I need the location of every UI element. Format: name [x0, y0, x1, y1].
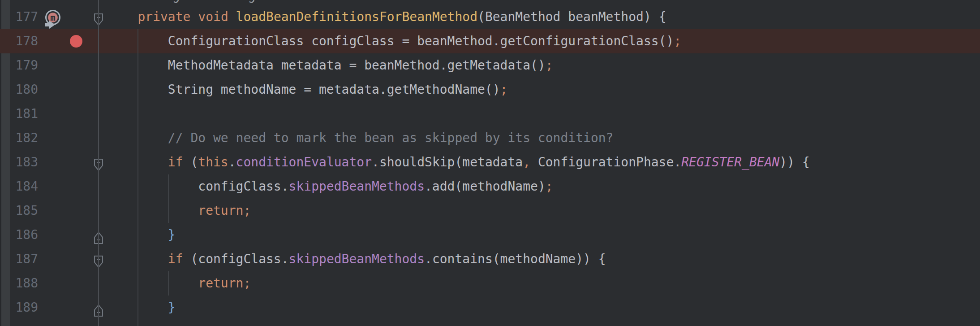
code-token: (: [183, 155, 198, 170]
code-line: 186 }: [0, 223, 980, 247]
line-number[interactable]: 185: [0, 199, 38, 223]
code-token: ,: [523, 155, 530, 170]
code-token: // Do we need to mark the bean as skippe…: [168, 130, 614, 145]
code-text[interactable]: return;: [107, 271, 251, 296]
code-token: return;: [198, 203, 251, 218]
code-token: (configClass.: [183, 252, 289, 266]
code-token: MethodMetadata metadata = beanMethod.get…: [107, 58, 546, 73]
code-token: [107, 227, 168, 242]
code-token: [107, 252, 168, 266]
code-text[interactable]: private void loadBeanDefinitionsForBeanM…: [107, 5, 666, 29]
line-number[interactable]: 179: [0, 53, 38, 78]
code-token: return;: [198, 276, 251, 291]
code-token: }: [168, 300, 176, 315]
code-token: .contains(methodName)) {: [425, 252, 606, 266]
breakpoint-icon[interactable]: [70, 35, 82, 48]
line-number[interactable]: 178: [0, 29, 38, 53]
code-line: 183 if (this.conditionEvaluator.shouldSk…: [0, 150, 980, 174]
code-token: ;: [674, 34, 681, 48]
code-token: this: [198, 155, 228, 170]
code-token: [107, 203, 198, 218]
code-text[interactable]: String methodName = metadata.getMethodNa…: [107, 78, 507, 102]
line-number[interactable]: 181: [0, 102, 38, 126]
code-token: [107, 130, 168, 145]
code-token: void: [198, 9, 228, 24]
line-number[interactable]: 177: [0, 5, 38, 29]
code-token: ConfigurationPhase.: [530, 155, 681, 170]
fold-marker-up-icon[interactable]: [93, 228, 104, 252]
code-token: ;: [500, 82, 508, 97]
line-number[interactable]: 187: [0, 247, 38, 271]
code-token: ;: [546, 58, 553, 73]
code-text[interactable]: if (this.conditionEvaluator.shouldSkip(m…: [107, 150, 810, 174]
line-number[interactable]: 180: [0, 78, 38, 102]
fold-marker-up-icon[interactable]: [93, 301, 104, 325]
code-token: [190, 9, 198, 24]
code-text[interactable]: // Do we need to mark the bean as skippe…: [107, 126, 613, 150]
code-token: [107, 276, 198, 291]
code-token: [107, 300, 168, 315]
line-number[interactable]: 184: [0, 174, 38, 199]
code-text[interactable]: MethodMetadata metadata = beanMethod.get…: [107, 53, 553, 78]
svg-text:m: m: [50, 13, 55, 22]
code-text[interactable]: configClass.skippedBeanMethods.add(metho…: [107, 174, 553, 199]
line-number[interactable]: 186: [0, 223, 38, 247]
code-token: [107, 9, 138, 24]
code-token: if: [168, 252, 183, 266]
code-line: 189 }: [0, 296, 980, 320]
code-token: String methodName = metadata.getMethodNa…: [107, 82, 500, 97]
code-line: 184 configClass.skippedBeanMethods.add(m…: [0, 174, 980, 199]
code-token: private: [138, 9, 190, 24]
method-badge-icon[interactable]: m: [41, 8, 66, 38]
code-text[interactable]: }: [107, 296, 176, 320]
code-text[interactable]: ConfigurationClass configClass = beanMet…: [107, 29, 681, 53]
code-token: skippedBeanMethods: [289, 252, 425, 266]
code-token: ;: [546, 179, 553, 194]
code-text[interactable]: return;: [107, 199, 251, 223]
code-token: }: [168, 227, 176, 242]
code-token: .add(methodName): [425, 179, 546, 194]
code-token: REGISTER_BEAN: [681, 155, 779, 170]
code-line: 179 MethodMetadata metadata = beanMethod…: [0, 53, 980, 78]
fold-marker-down-icon[interactable]: [93, 252, 104, 277]
code-token: )) {: [779, 155, 809, 170]
code-line: 187 if (configClass.skippedBeanMethods.c…: [0, 247, 980, 271]
code-token: if: [168, 155, 183, 170]
line-number[interactable]: 188: [0, 271, 38, 296]
line-number[interactable]: 189: [0, 296, 38, 320]
code-line: 180 String methodName = metadata.getMeth…: [0, 78, 980, 102]
code-line: 177m private void loadBeanDefinitionsFor…: [0, 5, 980, 29]
code-rows: 177m private void loadBeanDefinitionsFor…: [0, 0, 980, 326]
code-line: 181: [0, 102, 980, 126]
line-number[interactable]: 182: [0, 126, 38, 150]
code-token: .: [228, 155, 236, 170]
code-line: 188 return;: [0, 271, 980, 296]
code-line: 178 ConfigurationClass configClass = bea…: [0, 29, 980, 53]
code-text[interactable]: if (configClass.skippedBeanMethods.conta…: [107, 247, 606, 271]
code-editor: g g 177m private void loadBeanDefinition…: [0, 0, 980, 326]
line-number[interactable]: 183: [0, 150, 38, 174]
code-token: (BeanMethod beanMethod) {: [477, 9, 666, 24]
code-token: .shouldSkip(metadata: [372, 155, 523, 170]
code-line: 182 // Do we need to mark the bean as sk…: [0, 126, 980, 150]
fold-marker-down-icon[interactable]: [93, 156, 104, 180]
code-token: loadBeanDefinitionsForBeanMethod: [236, 9, 477, 24]
code-token: configClass.: [107, 179, 289, 194]
code-token: [228, 9, 236, 24]
code-token: [107, 155, 168, 170]
code-token: ConfigurationClass configClass = beanMet…: [107, 34, 674, 48]
code-line: 185 return;: [0, 199, 980, 223]
code-token: skippedBeanMethods: [289, 179, 425, 194]
code-token: conditionEvaluator: [236, 155, 372, 170]
fold-marker-down-icon[interactable]: [93, 10, 104, 35]
code-text[interactable]: }: [107, 223, 176, 247]
